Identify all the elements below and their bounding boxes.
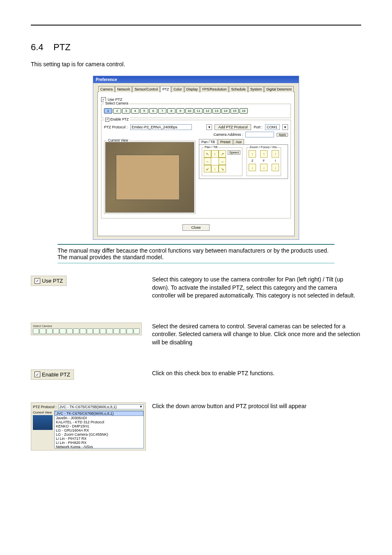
use-ptz-chip-checkbox[interactable]: ✓ (35, 278, 40, 284)
camera-address-label: Camera Address : (213, 132, 243, 137)
tab-color[interactable]: Color (171, 86, 184, 92)
zoom-in-icon[interactable]: ↑ (249, 150, 256, 158)
focus-in-icon[interactable]: ↑ (260, 150, 267, 158)
select-camera-explanation: Select the desired camera to control. Se… (152, 323, 361, 347)
arrow-up-right-icon[interactable]: ↗ (219, 150, 226, 158)
camera-button-7[interactable]: 7 (158, 108, 166, 114)
camera-button-16[interactable]: 16 (240, 108, 248, 114)
zoom-out-icon[interactable]: ↓ (249, 164, 256, 171)
select-camera-chip-label: Select Camera (33, 325, 140, 327)
chevron-down-icon[interactable]: ▼ (206, 124, 212, 130)
camera-button-14[interactable]: 14 (221, 108, 230, 114)
apply-button[interactable]: Apply (277, 133, 288, 137)
tab-fps[interactable]: FPS/Resolution (200, 86, 228, 92)
dialog-title: Preference (93, 76, 299, 83)
list-item[interactable]: Network Korea - AiSys (55, 445, 143, 448)
mini-camera-button[interactable] (67, 328, 73, 334)
preference-dialog: Preference Camera Network Sensor/Control… (93, 76, 299, 240)
camera-button-12[interactable]: 12 (203, 108, 212, 114)
list-item[interactable]: Li Lin - PIH717 RX (55, 437, 143, 441)
camera-address-input[interactable] (245, 132, 274, 137)
mini-camera-button[interactable] (113, 328, 120, 334)
camera-button-1[interactable]: 1 (104, 108, 112, 114)
camera-button-5[interactable]: 5 (140, 108, 148, 114)
mini-camera-button[interactable] (39, 328, 46, 334)
ptz-protocol-input[interactable] (130, 124, 192, 130)
list-item[interactable]: KENKO - DMP15H1 (55, 424, 143, 428)
tab-system[interactable]: System (248, 86, 264, 92)
mini-camera-button[interactable] (33, 328, 39, 334)
port-input[interactable] (265, 124, 280, 130)
ptz-protocol-list[interactable]: JVC - TK-C676/C676B(9600,o,8,1) Javelin … (54, 411, 144, 448)
tab-display[interactable]: Display (184, 86, 200, 92)
tab-camera[interactable]: Camera (98, 86, 115, 92)
focus-label: F (263, 159, 265, 163)
camera-button-4[interactable]: 4 (131, 108, 139, 114)
pan-tilt-legend: Pan / Tilt (204, 145, 218, 149)
arrow-down-right-icon[interactable]: ↘ (219, 165, 226, 172)
camera-button-3[interactable]: 3 (122, 108, 130, 114)
mini-camera-button[interactable] (134, 328, 140, 334)
mini-camera-button[interactable] (60, 328, 66, 334)
section-title: 6.4 PTZ (31, 42, 361, 53)
section-number: 6.4 (31, 42, 44, 52)
list-item[interactable]: LG - GRU1604A RX (55, 428, 143, 432)
camera-preview (105, 142, 194, 213)
enable-ptz-chip: ✓ Enable PTZ (31, 369, 74, 380)
camera-button-9[interactable]: 9 (176, 108, 184, 114)
mini-camera-button[interactable] (100, 328, 106, 334)
add-ptz-protocol-button[interactable]: Add PTZ Protocol (214, 124, 251, 130)
inner-tab-aux[interactable]: Aux (233, 139, 244, 144)
camera-button-2[interactable]: 2 (113, 108, 121, 114)
enable-ptz-label: Enable PTZ (110, 117, 129, 121)
use-ptz-explanation: Select this category to use the camera c… (152, 276, 361, 300)
arrow-up-icon[interactable]: ↑ (211, 150, 219, 158)
use-ptz-chip: ✓ Use PTZ (31, 276, 67, 286)
arrow-left-icon[interactable]: ← (204, 158, 211, 165)
mini-camera-button[interactable] (53, 328, 59, 334)
arrow-right-icon[interactable]: → (219, 158, 226, 165)
inner-tab-preset[interactable]: Preset (218, 139, 233, 144)
tab-ptz[interactable]: PTZ (160, 86, 171, 92)
camera-button-6[interactable]: 6 (149, 108, 157, 114)
speed-button[interactable]: Speed (228, 150, 240, 155)
mini-camera-button[interactable] (127, 328, 133, 334)
mini-camera-button[interactable] (106, 328, 113, 334)
mini-camera-button[interactable] (120, 328, 126, 334)
ptz-protocol-chip-label: PTZ Protocol : (33, 405, 57, 409)
list-item[interactable]: KALATEL - KTD 312 Protocol (55, 420, 143, 424)
camera-button-10[interactable]: 10 (185, 108, 194, 114)
camera-button-15[interactable]: 15 (231, 108, 239, 114)
pan-tilt-group: Pan / Tilt ↖ ↑ ↗ ← (202, 147, 242, 176)
camera-button-8[interactable]: 8 (167, 108, 175, 114)
arrow-down-left-icon[interactable]: ↙ (204, 165, 211, 172)
focus-out-icon[interactable]: ↓ (260, 164, 267, 171)
chevron-down-icon[interactable]: ▼ (139, 405, 143, 409)
mini-camera-button[interactable] (93, 328, 99, 334)
arrow-up-left-icon[interactable]: ↖ (204, 150, 211, 158)
current-view-mini-label: Current View (33, 411, 53, 414)
close-button[interactable]: Close (182, 224, 209, 231)
camera-button-13[interactable]: 13 (212, 108, 221, 114)
camera-button-11[interactable]: 11 (194, 108, 203, 114)
enable-ptz-checkbox[interactable]: ✓ (105, 118, 109, 122)
enable-ptz-chip-checkbox[interactable]: ✓ (35, 372, 40, 377)
iris-open-icon[interactable]: ↑ (272, 150, 279, 158)
list-item[interactable]: LG - Zoom Camera (GC455NK) (55, 432, 143, 437)
iris-close-icon[interactable]: ↓ (272, 164, 279, 171)
chevron-down-icon[interactable]: ▼ (282, 124, 288, 130)
tab-digital-deterrent[interactable]: Digital Deterrent (264, 86, 293, 92)
tab-sensor-control[interactable]: Sensor/Control (132, 86, 160, 92)
inner-tab-pantilt[interactable]: Pan / Tilt (199, 139, 217, 144)
mini-camera-button[interactable] (80, 328, 86, 334)
mini-camera-button[interactable] (73, 328, 79, 334)
list-item[interactable]: JVC - TK-C676/C676B(9600,o,8,1) (55, 411, 143, 416)
mini-camera-button[interactable] (87, 328, 93, 334)
list-item[interactable]: Li Lin - PIH820 RX (55, 441, 143, 445)
list-item[interactable]: Javelin - J0308ADI (55, 416, 143, 420)
tab-schedule[interactable]: Schedule (229, 86, 247, 92)
arrow-down-icon[interactable]: ↓ (211, 165, 219, 172)
tab-network[interactable]: Network (115, 86, 132, 92)
enable-ptz-explanation: Click on this check box to enable PTZ fu… (152, 369, 274, 378)
mini-camera-button[interactable] (46, 328, 53, 334)
